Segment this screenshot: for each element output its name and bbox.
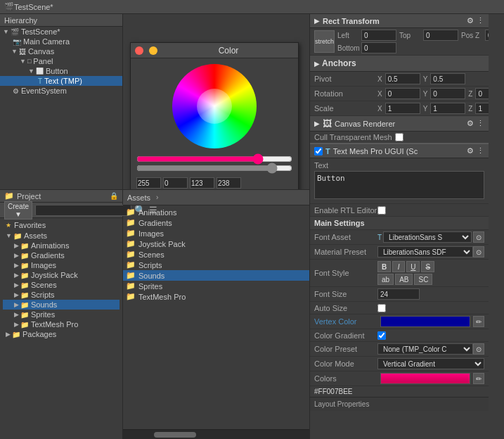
- colors-swatch[interactable]: [380, 373, 470, 384]
- assets-folder-textmesh-pro[interactable]: 📁TextMesh Pro: [123, 291, 309, 302]
- project-images[interactable]: ▶ 📁 Images: [3, 260, 119, 270]
- font-style-underline-button[interactable]: U: [406, 261, 420, 272]
- project-textmesh-pro[interactable]: ▶ 📁 TextMesh Pro: [3, 319, 119, 329]
- bottom-input[interactable]: [361, 42, 396, 53]
- assets-root-item[interactable]: ▼ 📁 Assets: [3, 231, 119, 241]
- text-textarea[interactable]: Button: [314, 171, 484, 199]
- assets-scrollbar[interactable]: [123, 429, 309, 439]
- scale-z-input[interactable]: [475, 103, 489, 114]
- color-r-input[interactable]: [136, 177, 161, 189]
- vertex-color-edit-button[interactable]: ✏: [473, 316, 484, 327]
- dialog-minimize-button[interactable]: [149, 46, 157, 55]
- hierarchy-item-text-tmp[interactable]: T Text (TMP): [0, 76, 122, 86]
- main-settings-header: Main Settings: [310, 217, 489, 230]
- assets-header-title: Assets: [127, 193, 150, 202]
- title-bar: 🎬 TestScene*: [0, 0, 504, 14]
- rect-transform-header[interactable]: ▶ Rect Transform ⚙ ⋮: [310, 14, 489, 28]
- hierarchy-item-button[interactable]: ▼⬜ Button: [0, 66, 122, 76]
- hierarchy-item-maincamera[interactable]: 📷 Main Camera: [0, 37, 122, 46]
- project-scenes[interactable]: ▶ 📁 Scenes: [3, 280, 119, 290]
- color-gradient-checkbox[interactable]: [377, 331, 386, 340]
- font-style-SC-button[interactable]: SC: [414, 274, 432, 285]
- canvas-renderer-menu-icon[interactable]: ⋮: [477, 119, 484, 128]
- assets-folder-scenes[interactable]: 📁Scenes: [123, 249, 309, 260]
- tmp-gear-icon[interactable]: ⚙: [467, 146, 474, 155]
- project-scripts[interactable]: ▶ 📁 Scripts: [3, 290, 119, 300]
- dialog-close-button[interactable]: [135, 46, 143, 55]
- project-joystick-pack[interactable]: ▶ 📁 Joystick Pack: [3, 270, 119, 280]
- project-animations[interactable]: ▶ 📁 Animations: [3, 241, 119, 250]
- pivot-y-input[interactable]: [430, 73, 465, 84]
- left-input[interactable]: [361, 30, 396, 41]
- rot-z-input[interactable]: [475, 88, 489, 99]
- tmp-header[interactable]: T Text Mesh Pro UGUI (Sc ⚙ ⋮: [310, 143, 489, 158]
- assets-folder-scripts[interactable]: 📁Scripts: [123, 260, 309, 270]
- color-preset-dropdown[interactable]: None (TMP_Color C: [377, 343, 473, 355]
- vertex-color-swatch[interactable]: [380, 316, 470, 327]
- assets-folder-sprites[interactable]: 📁Sprites: [123, 281, 309, 291]
- font-asset-edit-button[interactable]: ⊙: [473, 231, 484, 243]
- color-preset-label: Color Preset: [314, 345, 377, 353]
- font-style-strikethrough-button[interactable]: S: [421, 261, 434, 272]
- material-preset-dropdown[interactable]: LiberationSans SDF: [377, 246, 473, 257]
- anchors-section[interactable]: ▶ Anchors: [310, 56, 489, 72]
- scale-row: Scale X Y Z: [310, 101, 489, 116]
- tmp-enabled-checkbox[interactable]: [314, 147, 323, 155]
- top-input[interactable]: [423, 30, 458, 41]
- hierarchy-item-canvas[interactable]: ▼🖼 Canvas: [0, 46, 122, 56]
- rot-x-input[interactable]: [385, 88, 420, 99]
- color-g-input[interactable]: [163, 177, 188, 189]
- font-style-AB-button[interactable]: AB: [395, 274, 413, 285]
- color-a-input[interactable]: [217, 177, 241, 189]
- hierarchy-item-eventsystem[interactable]: ⚙ EventSystem: [0, 86, 122, 96]
- assets-folder-sounds[interactable]: 📁Sounds: [123, 270, 309, 281]
- color-b-input[interactable]: [190, 177, 214, 189]
- color-preset-edit-button[interactable]: ⊙: [473, 343, 484, 355]
- color-wheel[interactable]: [172, 64, 257, 148]
- project-gradients[interactable]: ▶ 📁 Gradients: [3, 250, 119, 260]
- color-mode-dropdown[interactable]: Vertical Gradient: [377, 358, 484, 369]
- title-icon: 🎬: [4, 2, 14, 11]
- font-style-italic-button[interactable]: I: [392, 261, 405, 272]
- rect-transform-menu-icon[interactable]: ⋮: [477, 16, 484, 25]
- assets-folder-joystick-pack[interactable]: 📁Joystick Pack: [123, 238, 309, 249]
- assets-folder-animations[interactable]: 📁Animations: [123, 207, 309, 217]
- font-size-input[interactable]: [377, 288, 420, 300]
- favorites-item[interactable]: ★ Favorites: [3, 220, 119, 231]
- canvas-renderer-gear-icon[interactable]: ⚙: [467, 119, 474, 128]
- rect-transform-arrow: ▶: [314, 17, 320, 25]
- assets-folder-images[interactable]: 📁Images: [123, 228, 309, 238]
- stretch-icon[interactable]: stretch: [314, 30, 335, 53]
- hierarchy-item-panel[interactable]: ▼□ Panel: [0, 56, 122, 66]
- vertex-color-label: Vertex Color: [314, 317, 377, 326]
- posz-input[interactable]: [485, 30, 489, 41]
- colors-edit-button[interactable]: ✏: [473, 373, 484, 384]
- tmp-menu-icon[interactable]: ⋮: [477, 146, 484, 155]
- font-style-ab-button[interactable]: ab: [377, 274, 394, 285]
- material-preset-edit-button[interactable]: ⊙: [473, 246, 484, 257]
- create-button[interactable]: Create ▼: [4, 201, 32, 220]
- project-sprites[interactable]: ▶ 📁 Sprites: [3, 310, 119, 319]
- rot-y-input[interactable]: [430, 88, 465, 99]
- color-mode-label: Color Mode: [314, 360, 377, 368]
- rect-transform-gear-icon[interactable]: ⚙: [467, 16, 474, 25]
- project-packages[interactable]: ▶ 📁 Packages: [3, 329, 119, 339]
- cull-checkbox[interactable]: [395, 133, 403, 141]
- scale-y-input[interactable]: [430, 103, 465, 114]
- color-gradient-row: Color Gradient: [310, 329, 489, 342]
- color-hue-slider[interactable]: [136, 155, 292, 163]
- rtl-checkbox[interactable]: [377, 206, 386, 215]
- scale-x-input[interactable]: [385, 103, 420, 114]
- color-alpha-slider[interactable]: [136, 165, 292, 172]
- hierarchy-item-testscene[interactable]: ▼🎬 TestScene*: [0, 27, 122, 37]
- auto-size-checkbox[interactable]: [377, 304, 386, 312]
- font-style-bold-button[interactable]: B: [377, 261, 391, 272]
- tmp-title: Text Mesh Pro UGUI (Sc: [333, 147, 418, 155]
- canvas-renderer-header[interactable]: ▶ 🖼 Canvas Renderer ⚙ ⋮: [310, 116, 489, 132]
- assets-folder-gradients[interactable]: 📁Gradients: [123, 217, 309, 228]
- lock-icon[interactable]: 🔒: [110, 192, 118, 200]
- pivot-x-input[interactable]: [385, 73, 420, 84]
- font-asset-dropdown[interactable]: LiberationSans S: [383, 231, 472, 243]
- project-sounds[interactable]: ▶ 📁 Sounds: [3, 300, 119, 310]
- search-input[interactable]: [35, 205, 131, 216]
